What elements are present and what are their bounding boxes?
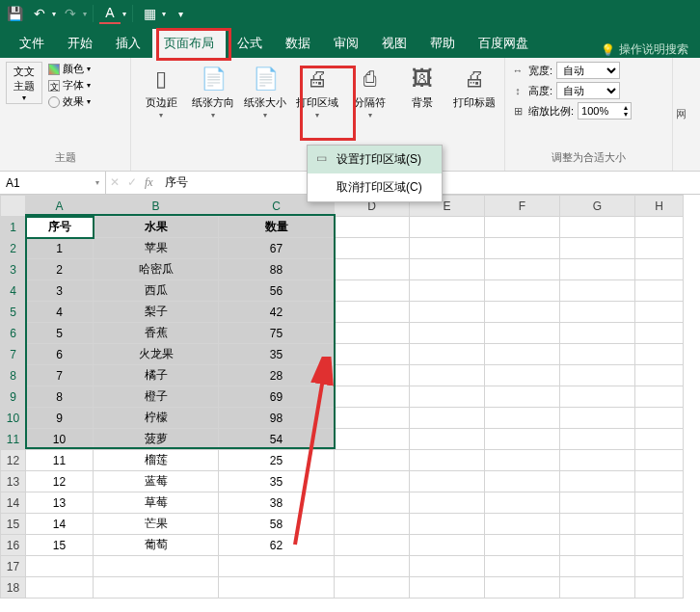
cell[interactable] (410, 302, 485, 323)
column-header[interactable]: H (635, 196, 684, 217)
cell[interactable]: 54 (219, 429, 335, 450)
tab-help[interactable]: 帮助 (418, 29, 467, 58)
redo-icon[interactable]: ↷ (60, 3, 81, 24)
cell[interactable] (635, 217, 684, 238)
cell[interactable] (485, 556, 560, 577)
save-icon[interactable]: 💾 (4, 3, 25, 24)
background-button[interactable]: 🖼背景 (398, 62, 446, 111)
cell[interactable] (635, 344, 684, 365)
cell[interactable] (560, 535, 635, 556)
cell[interactable]: 水果 (94, 217, 219, 238)
spreadsheet-grid[interactable]: ABCDEFGH1序号水果数量21苹果6732哈密瓜8843西瓜5654梨子42… (0, 195, 700, 611)
cell[interactable] (485, 471, 560, 492)
cell[interactable] (94, 556, 219, 577)
cell[interactable] (410, 344, 485, 365)
font-color-icon[interactable]: A (99, 3, 121, 24)
row-header[interactable]: 2 (1, 238, 26, 259)
cell[interactable] (485, 577, 560, 599)
cell[interactable] (635, 514, 684, 535)
cell[interactable] (485, 535, 560, 556)
cell[interactable] (560, 344, 635, 365)
row-header[interactable]: 14 (1, 492, 26, 514)
cell[interactable]: 42 (219, 302, 335, 323)
cell[interactable]: 橘子 (94, 365, 219, 386)
cell[interactable] (410, 514, 485, 535)
row-header[interactable]: 17 (1, 556, 26, 577)
cell[interactable]: 蓝莓 (94, 471, 219, 492)
cell[interactable] (219, 577, 335, 599)
cell[interactable] (560, 323, 635, 344)
row-header[interactable]: 1 (1, 217, 26, 238)
cell[interactable]: 4 (26, 302, 94, 323)
cell[interactable]: 58 (219, 514, 335, 535)
cell[interactable] (560, 450, 635, 471)
cell[interactable]: 28 (219, 365, 335, 386)
cell[interactable] (635, 535, 684, 556)
cell[interactable] (485, 323, 560, 344)
cell[interactable] (26, 556, 94, 577)
cell[interactable] (560, 492, 635, 514)
height-select[interactable]: 自动 (556, 82, 620, 99)
cell[interactable] (560, 238, 635, 259)
cell[interactable] (485, 217, 560, 238)
cell[interactable] (560, 556, 635, 577)
breaks-button[interactable]: ⎙分隔符▾ (346, 62, 394, 121)
cell[interactable]: 葡萄 (94, 535, 219, 556)
cell[interactable] (410, 365, 485, 386)
cell[interactable] (560, 217, 635, 238)
cell[interactable] (335, 302, 410, 323)
margins-button[interactable]: ▯页边距▾ (137, 62, 185, 121)
cell[interactable] (335, 408, 410, 429)
cell[interactable] (410, 259, 485, 280)
undo-dropdown[interactable]: ▾ (52, 10, 56, 18)
effects-button[interactable]: 效果 ▾ (48, 94, 91, 109)
tab-home[interactable]: 开始 (56, 29, 104, 58)
cell[interactable] (335, 280, 410, 302)
print-area-button[interactable]: 🖨打印区域▾ (293, 62, 341, 121)
cell[interactable]: 9 (26, 408, 94, 429)
tab-baidu[interactable]: 百度网盘 (467, 29, 540, 58)
cell[interactable] (635, 408, 684, 429)
row-header[interactable]: 9 (1, 386, 26, 408)
cell[interactable]: 柠檬 (94, 408, 219, 429)
cell[interactable] (485, 344, 560, 365)
tab-review[interactable]: 审阅 (322, 29, 370, 58)
print-titles-button[interactable]: 🖨打印标题 (450, 62, 498, 111)
cell[interactable] (635, 386, 684, 408)
cell[interactable]: 哈密瓜 (94, 259, 219, 280)
cell[interactable] (335, 386, 410, 408)
cell[interactable] (485, 492, 560, 514)
cell[interactable]: 75 (219, 323, 335, 344)
cell[interactable] (335, 238, 410, 259)
column-header[interactable]: F (485, 196, 560, 217)
row-header[interactable]: 16 (1, 535, 26, 556)
cell[interactable]: 榴莲 (94, 450, 219, 471)
tab-data[interactable]: 数据 (274, 29, 322, 58)
row-header[interactable]: 6 (1, 323, 26, 344)
fonts-button[interactable]: 文字体 ▾ (48, 78, 91, 93)
cell[interactable]: 草莓 (94, 492, 219, 514)
cell[interactable] (635, 259, 684, 280)
cell[interactable] (410, 492, 485, 514)
tab-view[interactable]: 视图 (370, 29, 418, 58)
cell[interactable]: 25 (219, 450, 335, 471)
cell[interactable] (560, 386, 635, 408)
cell[interactable] (410, 280, 485, 302)
cell[interactable] (560, 429, 635, 450)
cell[interactable] (485, 365, 560, 386)
row-header[interactable]: 8 (1, 365, 26, 386)
cell[interactable] (635, 302, 684, 323)
cell[interactable]: 12 (26, 471, 94, 492)
cell[interactable]: 数量 (219, 217, 335, 238)
cell[interactable] (410, 429, 485, 450)
confirm-icon[interactable]: ✓ (127, 175, 137, 190)
cell[interactable]: 62 (219, 535, 335, 556)
cell[interactable]: 菠萝 (94, 429, 219, 450)
clear-print-area-item[interactable]: 取消打印区域(C) (308, 173, 442, 201)
cell[interactable]: 35 (219, 344, 335, 365)
cell[interactable] (335, 259, 410, 280)
cell[interactable] (335, 323, 410, 344)
cell[interactable]: 6 (26, 344, 94, 365)
cell[interactable] (410, 386, 485, 408)
themes-button[interactable]: 文文 主题 ▾ (6, 62, 42, 104)
